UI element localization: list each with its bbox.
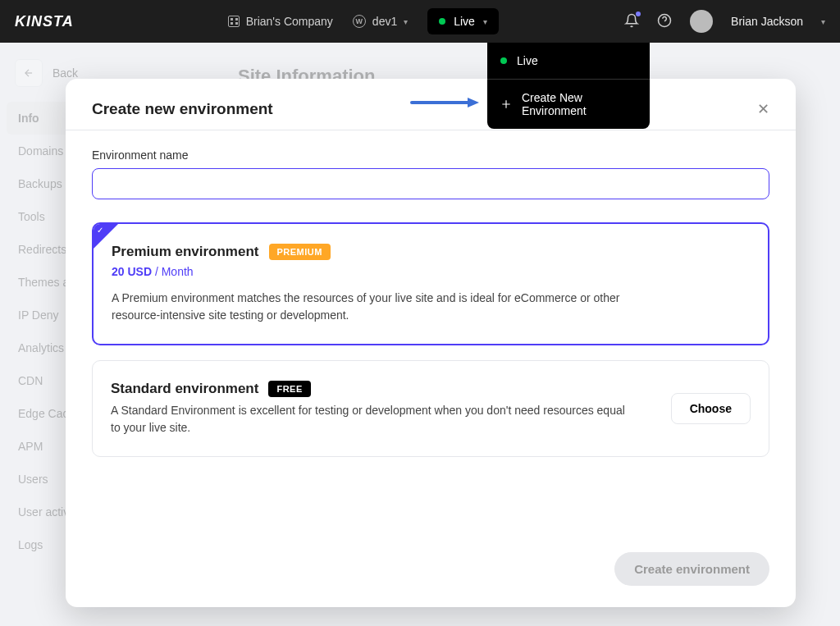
premium-badge: PREMIUM xyxy=(269,244,331,260)
company-name: Brian's Company xyxy=(246,15,333,28)
chevron-down-icon: ▾ xyxy=(821,17,825,26)
notifications-icon[interactable] xyxy=(624,13,639,30)
plan-title: Standard environment xyxy=(111,381,258,397)
logo: KINSTA xyxy=(15,13,74,30)
choose-button[interactable]: Choose xyxy=(671,393,751,424)
price-unit: / Month xyxy=(155,265,194,278)
modal-title: Create new environment xyxy=(92,100,273,118)
status-dot-icon xyxy=(500,57,507,64)
avatar[interactable] xyxy=(690,10,713,33)
env-name-input[interactable] xyxy=(92,168,769,199)
environment-selector[interactable]: Live ▾ xyxy=(427,8,499,34)
topbar: KINSTA Brian's Company W dev1 ▾ Live ▾ B… xyxy=(0,0,840,43)
premium-plan-card[interactable]: ✓ Premium environment PREMIUM 20 USD / M… xyxy=(92,222,769,345)
plan-title: Premium environment xyxy=(112,244,259,260)
price-value: 20 USD xyxy=(112,265,152,278)
user-name: Brian Jackson xyxy=(731,15,803,28)
plan-price: 20 USD / Month xyxy=(112,265,750,278)
help-icon[interactable] xyxy=(657,13,672,30)
chevron-down-icon: ▾ xyxy=(404,17,408,26)
chevron-down-icon: ▾ xyxy=(483,17,487,26)
environment-label: Live xyxy=(454,15,475,28)
building-icon xyxy=(228,16,240,27)
site-selector[interactable]: W dev1 ▾ xyxy=(353,15,408,28)
wordpress-icon: W xyxy=(353,15,366,28)
environment-dropdown: Live Create New Environment xyxy=(487,43,650,129)
status-dot-icon xyxy=(439,18,445,25)
create-environment-button[interactable]: Create environment xyxy=(614,552,769,586)
env-option-label: Live xyxy=(517,54,538,67)
env-create-label: Create New Environment xyxy=(522,91,637,117)
free-badge: FREE xyxy=(268,381,310,397)
close-icon[interactable]: ✕ xyxy=(757,100,769,118)
env-option-live[interactable]: Live xyxy=(487,43,650,79)
env-name-label: Environment name xyxy=(92,149,769,162)
company-selector[interactable]: Brian's Company xyxy=(228,15,333,28)
check-icon: ✓ xyxy=(97,226,103,235)
create-environment-modal: Create new environment ✕ Environment nam… xyxy=(66,79,796,607)
notification-badge xyxy=(636,11,641,16)
plus-icon xyxy=(500,98,512,110)
env-option-create[interactable]: Create New Environment xyxy=(487,80,650,129)
plan-description: A Premium environment matches the resour… xyxy=(112,290,637,324)
site-name: dev1 xyxy=(372,15,397,28)
standard-plan-card[interactable]: Standard environment FREE A Standard Env… xyxy=(92,360,769,457)
plan-description: A Standard Environment is excellent for … xyxy=(111,402,636,436)
